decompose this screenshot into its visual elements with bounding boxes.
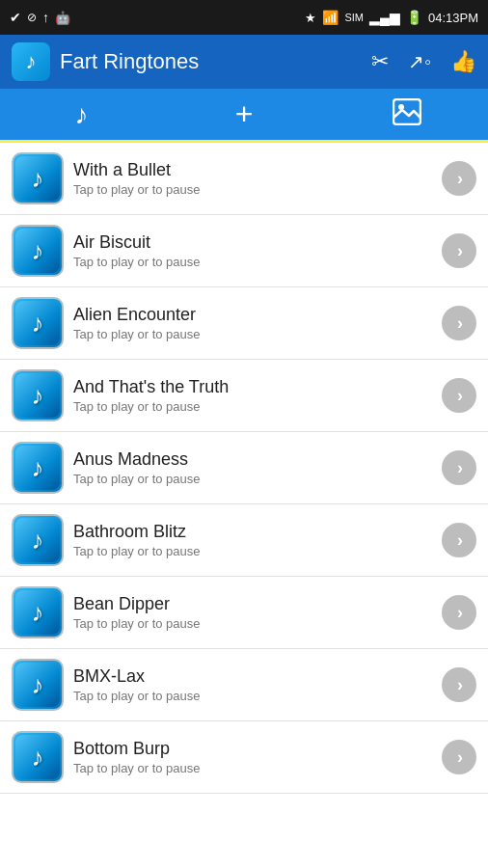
item-icon-4: ♪ bbox=[12, 442, 64, 494]
item-subtitle-6: Tap to play or to pause bbox=[73, 616, 432, 631]
music-note-icon: ♪ bbox=[32, 743, 44, 773]
music-note-icon: ♪ bbox=[32, 670, 44, 700]
item-chevron-8[interactable]: › bbox=[442, 740, 476, 774]
item-chevron-7[interactable]: › bbox=[442, 667, 476, 702]
item-chevron-2[interactable]: › bbox=[442, 306, 476, 340]
share-button[interactable]: ↗◦ bbox=[408, 50, 431, 73]
image-tab-button[interactable] bbox=[325, 89, 488, 140]
item-title-8: Bottom Burp bbox=[73, 739, 432, 759]
app-title: Fart Ringtones bbox=[60, 49, 199, 74]
item-title-3: And That's the Truth bbox=[73, 377, 432, 397]
status-icons-left: ✔ ⊘ ↑ 🤖 bbox=[10, 10, 70, 25]
item-content-4: Anus Madness Tap to play or to pause bbox=[64, 449, 442, 486]
list-item[interactable]: ♪ Bottom Burp Tap to play or to pause › bbox=[0, 721, 488, 794]
chevron-right-icon: › bbox=[457, 313, 463, 334]
app-header-actions: ✂ ↗◦ 👍 bbox=[371, 49, 476, 74]
item-subtitle-7: Tap to play or to pause bbox=[73, 689, 432, 703]
list-item[interactable]: ♪ Alien Encounter Tap to play or to paus… bbox=[0, 287, 488, 360]
item-title-5: Bathroom Blitz bbox=[73, 522, 432, 542]
status-icons-right: ★ 📶 SIM ▂▄▆ 🔋 04:13PM bbox=[305, 10, 478, 25]
item-icon-2: ♪ bbox=[12, 297, 64, 349]
item-chevron-1[interactable]: › bbox=[442, 233, 476, 268]
circle-check-icon: ✔ bbox=[10, 10, 21, 25]
item-icon-8: ♪ bbox=[12, 731, 64, 783]
app-header: ♪ Fart Ringtones ✂ ↗◦ 👍 bbox=[0, 35, 488, 89]
item-title-1: Air Biscuit bbox=[73, 232, 432, 253]
chevron-right-icon: › bbox=[457, 169, 463, 189]
add-tab-button[interactable]: + bbox=[163, 89, 326, 140]
toolbar: ♪ + bbox=[0, 89, 488, 143]
signal-icon: ▂▄▆ bbox=[369, 10, 400, 25]
ringtone-list: ♪ With a Bullet Tap to play or to pause … bbox=[0, 143, 488, 868]
item-icon-7: ♪ bbox=[12, 659, 64, 711]
item-subtitle-3: Tap to play or to pause bbox=[73, 399, 432, 414]
chevron-right-icon: › bbox=[457, 603, 463, 623]
time-display: 04:13PM bbox=[428, 11, 478, 25]
item-chevron-4[interactable]: › bbox=[442, 450, 476, 485]
item-content-7: BMX-Lax Tap to play or to pause bbox=[64, 666, 442, 703]
item-chevron-0[interactable]: › bbox=[442, 161, 476, 196]
sim-icon: SIM bbox=[344, 12, 364, 23]
wifi-icon: 📶 bbox=[322, 10, 339, 25]
item-chevron-6[interactable]: › bbox=[442, 595, 476, 630]
chevron-right-icon: › bbox=[457, 530, 463, 551]
music-tab-icon: ♪ bbox=[74, 99, 88, 130]
item-subtitle-8: Tap to play or to pause bbox=[73, 761, 432, 775]
item-content-3: And That's the Truth Tap to play or to p… bbox=[64, 377, 442, 414]
android-icon: 🤖 bbox=[55, 11, 70, 25]
item-content-2: Alien Encounter Tap to play or to pause bbox=[64, 305, 442, 341]
item-icon-0: ♪ bbox=[12, 152, 64, 204]
add-tab-icon: + bbox=[235, 96, 254, 132]
music-tab-button[interactable]: ♪ bbox=[0, 89, 163, 140]
music-note-icon: ♪ bbox=[32, 164, 44, 194]
chevron-right-icon: › bbox=[457, 241, 463, 261]
item-content-1: Air Biscuit Tap to play or to pause bbox=[64, 232, 442, 269]
item-title-0: With a Bullet bbox=[73, 160, 432, 180]
chevron-right-icon: › bbox=[457, 386, 463, 406]
item-title-7: BMX-Lax bbox=[73, 666, 432, 687]
bluetooth-icon: ★ bbox=[305, 11, 316, 25]
item-subtitle-5: Tap to play or to pause bbox=[73, 544, 432, 558]
app-icon: ♪ bbox=[12, 42, 50, 81]
list-item[interactable]: ♪ With a Bullet Tap to play or to pause … bbox=[0, 143, 488, 215]
item-content-5: Bathroom Blitz Tap to play or to pause bbox=[64, 522, 442, 558]
item-icon-1: ♪ bbox=[12, 225, 64, 277]
svg-rect-0 bbox=[393, 99, 420, 124]
item-subtitle-2: Tap to play or to pause bbox=[73, 327, 432, 341]
item-subtitle-4: Tap to play or to pause bbox=[73, 472, 432, 486]
item-content-8: Bottom Burp Tap to play or to pause bbox=[64, 739, 442, 775]
app-icon-note: ♪ bbox=[26, 49, 37, 74]
music-note-icon: ♪ bbox=[32, 309, 44, 339]
scissors-button[interactable]: ✂ bbox=[371, 49, 389, 74]
item-title-4: Anus Madness bbox=[73, 449, 432, 470]
list-item[interactable]: ♪ Bean Dipper Tap to play or to pause › bbox=[0, 577, 488, 649]
item-content-0: With a Bullet Tap to play or to pause bbox=[64, 160, 442, 197]
item-chevron-5[interactable]: › bbox=[442, 523, 476, 557]
item-chevron-3[interactable]: › bbox=[442, 378, 476, 413]
chevron-right-icon: › bbox=[457, 675, 463, 695]
upload-icon: ↑ bbox=[42, 10, 49, 25]
item-title-2: Alien Encounter bbox=[73, 305, 432, 325]
svg-point-1 bbox=[398, 104, 404, 110]
music-note-icon: ♪ bbox=[32, 453, 44, 483]
status-bar: ✔ ⊘ ↑ 🤖 ★ 📶 SIM ▂▄▆ 🔋 04:13PM bbox=[0, 0, 488, 35]
list-item[interactable]: ♪ BMX-Lax Tap to play or to pause › bbox=[0, 649, 488, 721]
music-note-icon: ♪ bbox=[32, 598, 44, 628]
image-tab-icon bbox=[393, 98, 421, 131]
item-icon-3: ♪ bbox=[12, 369, 64, 421]
music-note-icon: ♪ bbox=[32, 236, 44, 266]
battery-icon: 🔋 bbox=[406, 10, 422, 25]
list-item[interactable]: ♪ Bathroom Blitz Tap to play or to pause… bbox=[0, 504, 488, 577]
chevron-right-icon: › bbox=[457, 747, 463, 768]
music-note-icon: ♪ bbox=[32, 526, 44, 556]
app-header-left: ♪ Fart Ringtones bbox=[12, 42, 199, 81]
block-icon: ⊘ bbox=[27, 11, 37, 24]
list-item[interactable]: ♪ And That's the Truth Tap to play or to… bbox=[0, 360, 488, 432]
item-subtitle-0: Tap to play or to pause bbox=[73, 182, 432, 197]
list-item[interactable]: ♪ Anus Madness Tap to play or to pause › bbox=[0, 432, 488, 504]
list-item[interactable]: ♪ Air Biscuit Tap to play or to pause › bbox=[0, 215, 488, 287]
music-note-icon: ♪ bbox=[32, 381, 44, 411]
item-title-6: Bean Dipper bbox=[73, 594, 432, 614]
thumbsup-button[interactable]: 👍 bbox=[450, 49, 476, 74]
item-subtitle-1: Tap to play or to pause bbox=[73, 255, 432, 269]
